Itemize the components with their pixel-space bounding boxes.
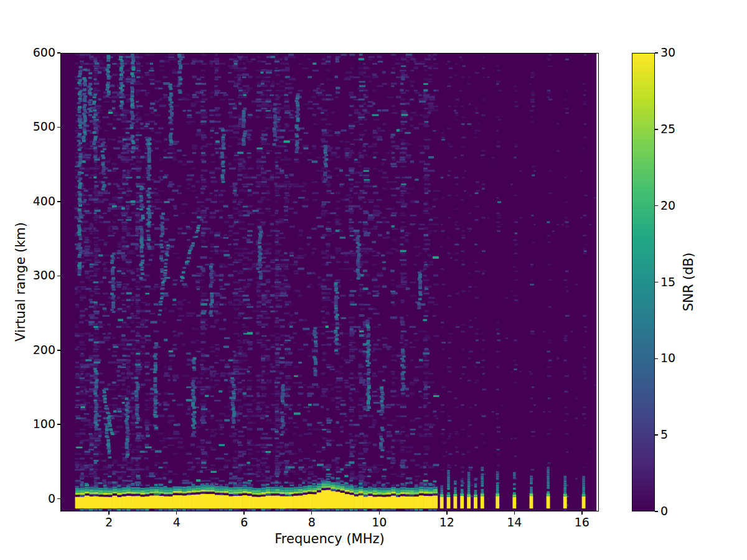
colorbar-tick-mark (655, 52, 658, 54)
ionogram-figure: IRF Uppsala SDR Ionosonde UP158 2026-03-… (0, 0, 747, 560)
x-tick-label: 4 (173, 516, 181, 528)
y-tick-label: 500 (0, 121, 55, 133)
x-tick-mark (581, 511, 583, 515)
y-tick-mark (57, 276, 61, 277)
x-tick-mark (379, 511, 380, 515)
colorbar-tick-label: 15 (660, 276, 675, 288)
y-tick-label: 100 (0, 418, 55, 430)
y-tick-label: 200 (0, 344, 55, 356)
x-tick-mark (446, 511, 448, 515)
y-tick-mark (57, 424, 61, 425)
x-tick-label: 16 (575, 516, 590, 528)
x-tick-label: 6 (240, 516, 248, 528)
ionogram-heatmap-canvas (60, 53, 599, 511)
colorbar-tick-mark (655, 511, 658, 512)
x-tick-label: 2 (105, 516, 113, 528)
y-tick-mark (57, 201, 61, 202)
x-axis-label: Frequency (MHz) (60, 531, 599, 546)
colorbar-tick-mark (655, 358, 658, 360)
x-tick-label: 8 (308, 516, 316, 528)
y-tick-mark (57, 350, 61, 351)
x-tick-mark (311, 511, 312, 515)
y-tick-mark (57, 127, 61, 128)
y-tick-label: 600 (0, 47, 55, 58)
x-tick-label: 10 (372, 516, 387, 528)
colorbar-tick-mark (655, 282, 658, 283)
colorbar-tick-label: 30 (660, 47, 675, 58)
y-axis-label: Virtual range (km) (13, 222, 28, 342)
colorbar-gradient (632, 53, 655, 511)
colorbar-tick-label: 10 (660, 352, 675, 364)
colorbar-tick-mark (655, 129, 658, 130)
x-tick-label: 12 (439, 516, 454, 528)
x-tick-mark (243, 511, 245, 515)
y-tick-mark (57, 52, 61, 54)
x-tick-mark (176, 511, 177, 515)
y-tick-label: 400 (0, 195, 55, 207)
x-tick-label: 14 (507, 516, 522, 528)
colorbar-tick-label: 5 (660, 429, 668, 441)
colorbar-tick-label: 20 (660, 200, 675, 212)
y-tick-mark (57, 498, 61, 500)
colorbar-tick-label: 25 (660, 123, 675, 135)
colorbar-tick-mark (655, 205, 658, 207)
colorbar-tick-mark (655, 434, 658, 436)
x-tick-mark (514, 511, 515, 515)
y-tick-label: 0 (0, 493, 55, 505)
x-tick-mark (108, 511, 110, 515)
colorbar-label: SNR (dB) (681, 253, 696, 311)
colorbar-tick-label: 0 (660, 505, 668, 517)
